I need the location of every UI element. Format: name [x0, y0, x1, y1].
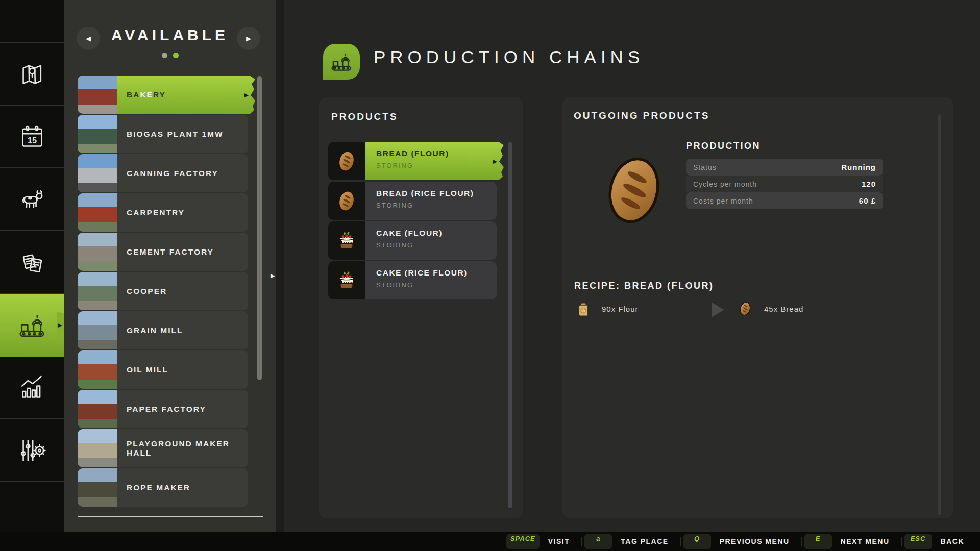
production-chains-screen: ◀ AVAILABLE ▶ BAKERY▶BIOGAS PLANT 1MWCAN…	[0, 0, 980, 551]
product-label-area: BREAD (RICE FLOUR)STORING	[365, 182, 497, 220]
stats-icon	[17, 373, 47, 403]
recipe-input-quantity: 90x Flour	[602, 305, 639, 313]
building-label: PAPER FACTORY	[127, 405, 206, 414]
products-scrollbar[interactable]	[508, 142, 512, 508]
hotkey-label: TAG PLACE	[621, 537, 668, 545]
product-list-item[interactable]: BREAD (RICE FLOUR)STORING	[328, 182, 497, 220]
hotkey-next-menu[interactable]: ENEXT MENU	[804, 534, 898, 549]
hotkey-tag-place[interactable]: aTAG PLACE	[584, 534, 677, 549]
available-panel: ◀ AVAILABLE ▶ BAKERY▶BIOGAS PLANT 1MWCAN…	[64, 0, 276, 532]
building-label-area: GRAIN MILL	[117, 311, 248, 349]
building-thumbnail	[78, 468, 117, 507]
product-list-item[interactable]: CAKE (RICE FLOUR)STORING	[328, 261, 497, 299]
building-label-part: KE	[140, 90, 153, 99]
sidebar-item-animals[interactable]	[0, 168, 64, 231]
production-chains-icon	[323, 44, 360, 80]
hotkey-label: BACK	[941, 537, 964, 545]
recipe-output-quantity: 45x Bread	[764, 305, 803, 313]
building-thumbnail	[78, 233, 117, 271]
production-row-value: Running	[841, 163, 876, 171]
product-label-area: CAKE (RICE FLOUR)STORING	[365, 261, 497, 299]
sidebar-item-statistics[interactable]	[0, 357, 64, 419]
building-label-part: RY	[153, 90, 166, 99]
bread-icon	[738, 299, 752, 318]
building-label: CARPENTRY	[127, 208, 185, 217]
outgoing-panel: OUTGOING PRODUCTS PRODUCTION StatusRunni…	[562, 97, 953, 518]
building-label-area: OIL MILL	[117, 350, 248, 389]
building-list-item[interactable]: GRAIN MILL	[78, 311, 248, 349]
cow-icon	[17, 185, 47, 214]
product-list-item[interactable]: BREAD (FLOUR)STORING▶	[328, 142, 504, 180]
building-thumbnail	[78, 154, 117, 192]
hotkey-label: PREVIOUS MENU	[720, 537, 790, 545]
selected-item-arrow-icon: ▶	[244, 91, 249, 98]
building-list-item[interactable]: COOPER	[78, 272, 248, 310]
main-sidebar	[0, 0, 64, 532]
documents-icon	[17, 247, 47, 277]
keycap-q[interactable]: Q	[683, 534, 711, 549]
hotkey-back[interactable]: ESCBACK	[904, 534, 973, 549]
building-label: CEMENT FACTORY	[127, 247, 214, 257]
production-row-label: Status	[693, 163, 717, 171]
available-next-button[interactable]: ▶	[237, 27, 260, 50]
recipe-row: 90x Flour 45x Bread	[574, 299, 937, 328]
building-list-item[interactable]: CEMENT FACTORY	[78, 233, 248, 271]
hotkey-visit[interactable]: SPACEVISIT	[506, 534, 578, 549]
building-label: GRAIN MILL	[127, 326, 183, 335]
building-list-item[interactable]: ROPE MAKER	[78, 468, 248, 507]
calendar-icon	[17, 122, 47, 152]
selected-item-arrow-icon: ▶	[493, 158, 497, 164]
keycap-esc[interactable]: ESC	[904, 534, 932, 549]
building-list-item[interactable]: BIOGAS PLANT 1MW	[78, 115, 248, 153]
production-heading: PRODUCTION	[686, 141, 883, 152]
building-label: COOPER	[127, 287, 167, 296]
building-label: ROPE MAKER	[127, 483, 190, 492]
product-status: STORING	[376, 202, 497, 209]
building-label-part: BA	[127, 90, 140, 99]
bread-icon	[335, 188, 358, 214]
production-block: PRODUCTION StatusRunningCycles per month…	[686, 141, 883, 209]
sliders-gear-icon	[17, 436, 47, 465]
product-list-item[interactable]: CAKE (FLOUR)STORING	[328, 221, 497, 260]
building-thumbnail	[78, 115, 117, 153]
building-label-area: BAKERY	[117, 76, 255, 114]
hotkey-previous-menu[interactable]: QPREVIOUS MENU	[683, 534, 798, 549]
pagination-dots	[64, 53, 276, 58]
product-icon-tile	[328, 261, 365, 299]
keycap-space[interactable]: SPACE	[506, 534, 540, 549]
building-thumbnail	[78, 76, 117, 114]
keycap-e[interactable]: E	[804, 534, 832, 549]
sidebar-item-map[interactable]	[0, 43, 64, 106]
building-list-item[interactable]: BAKERY▶	[78, 76, 255, 114]
hotkey-label: NEXT MENU	[841, 537, 890, 545]
production-row-label: Cycles per month	[693, 180, 757, 188]
building-label: BAKERY	[127, 90, 166, 99]
cake-icon	[335, 228, 358, 254]
page-dot	[173, 53, 179, 58]
product-status: STORING	[376, 162, 504, 169]
building-list-item[interactable]: OIL MILL	[78, 350, 248, 389]
building-thumbnail	[78, 350, 117, 389]
building-thumbnail	[78, 429, 117, 467]
sidebar-item-production[interactable]	[0, 294, 64, 357]
building-list-scrollbar[interactable]	[257, 76, 262, 380]
sidebar-item-contracts[interactable]	[0, 231, 64, 294]
building-thumbnail	[78, 311, 117, 349]
product-status: STORING	[376, 281, 497, 289]
production-row-label: Costs per month	[693, 197, 753, 205]
building-list-item[interactable]: PLAYGROUND MAKER HALL	[78, 429, 248, 467]
keycap-a[interactable]: a	[584, 534, 612, 549]
building-list-item[interactable]: CARPENTRY	[78, 193, 248, 232]
hotkey-label: VISIT	[548, 537, 570, 545]
sidebar-spacer	[0, 0, 64, 43]
sidebar-item-calendar[interactable]	[0, 106, 64, 168]
building-list-item[interactable]: CANNING FACTORY	[78, 154, 248, 192]
building-thumbnail	[78, 193, 117, 232]
building-list: BAKERY▶BIOGAS PLANT 1MWCANNING FACTORYCA…	[78, 76, 263, 517]
building-list-item[interactable]: PAPER FACTORY	[78, 390, 248, 428]
building-label-area: CANNING FACTORY	[117, 154, 248, 192]
outgoing-scrollbar[interactable]	[938, 114, 941, 515]
sidebar-item-settings[interactable]	[0, 419, 64, 482]
product-name: CAKE (FLOUR)	[376, 229, 497, 238]
page-title: PRODUCTION CHAINS	[374, 47, 644, 67]
